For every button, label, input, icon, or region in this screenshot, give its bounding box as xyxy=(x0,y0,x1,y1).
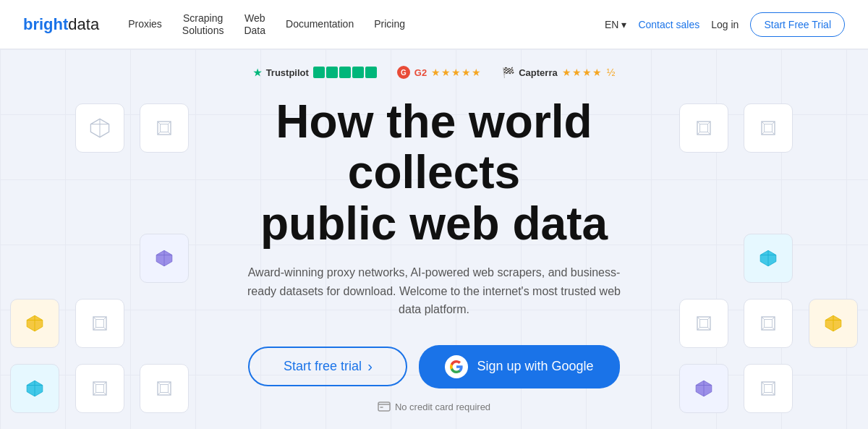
nav-pricing[interactable]: Pricing xyxy=(374,18,405,30)
cube-box xyxy=(744,364,793,413)
cube-box-purple xyxy=(140,234,189,283)
hero-subtitle: Award-winning proxy networks, AI-powered… xyxy=(246,263,622,319)
trustpilot-icon: ★ xyxy=(253,67,262,78)
cube-box xyxy=(744,299,793,348)
g2-icon: G xyxy=(397,66,410,79)
svg-rect-35 xyxy=(161,385,169,393)
google-icon xyxy=(445,355,468,378)
nav-lang[interactable]: EN ▾ xyxy=(605,19,626,30)
g2-stars: ★★★★★ xyxy=(431,67,482,78)
trustpilot-rating: ★ Trustpilot xyxy=(253,67,377,78)
chevron-down-icon: ▾ xyxy=(621,19,626,30)
logo-data: data xyxy=(68,15,99,34)
capterra-rating: 🏁 Capterra ★★★★ ½ xyxy=(502,67,615,78)
capterra-icon: 🏁 xyxy=(502,67,514,78)
logo-bright: bright xyxy=(23,15,68,34)
logo[interactable]: bright data xyxy=(23,15,99,34)
svg-rect-14 xyxy=(765,124,773,132)
cube-box-cyan xyxy=(10,364,59,413)
hero-section: ★ Trustpilot G G2 ★★★★★ 🏁 Capterra ★★★★ xyxy=(0,49,868,429)
cube-box xyxy=(744,103,793,153)
nav-trial-button[interactable]: Start Free Trial xyxy=(750,12,845,37)
cta-row: Start free trial › Sign up with Google xyxy=(210,345,658,388)
svg-rect-43 xyxy=(765,320,773,328)
nav-web-data[interactable]: WebData xyxy=(244,12,265,37)
cube-box xyxy=(679,299,728,348)
cube-box xyxy=(75,364,124,413)
no-credit-card-notice: No credit card required xyxy=(210,402,658,412)
nav-documentation[interactable]: Documentation xyxy=(286,18,354,30)
cube-box xyxy=(75,299,124,348)
signup-google-button[interactable]: Sign up with Google xyxy=(419,345,619,388)
nav-right: EN ▾ Contact sales Log in Start Free Tri… xyxy=(605,12,845,37)
ratings-row: ★ Trustpilot G G2 ★★★★★ 🏁 Capterra ★★★★ xyxy=(210,66,658,79)
cube-box-yellow xyxy=(10,299,59,348)
nav-proxies[interactable]: Proxies xyxy=(128,18,162,30)
svg-rect-21 xyxy=(96,320,104,328)
svg-rect-56 xyxy=(765,385,773,393)
start-free-trial-button[interactable]: Start free trial › xyxy=(248,347,407,386)
svg-rect-49 xyxy=(700,320,708,328)
capterra-stars: ★★★★ xyxy=(562,67,603,78)
hero-title: How the world collects public web data xyxy=(210,96,658,249)
svg-rect-8 xyxy=(700,124,708,132)
svg-rect-61 xyxy=(378,402,390,411)
credit-card-icon xyxy=(378,402,391,412)
arrow-right-icon: › xyxy=(367,358,373,375)
cube-box xyxy=(75,103,124,153)
nav-login[interactable]: Log in xyxy=(711,19,739,30)
cube-box-yellow-right xyxy=(809,299,858,348)
cube-box-purple-right xyxy=(679,364,728,413)
trustpilot-stars xyxy=(313,67,377,78)
navbar: bright data Proxies ScrapingSolutions We… xyxy=(0,0,868,49)
nav-scraping-solutions[interactable]: ScrapingSolutions xyxy=(182,12,224,37)
nav-links: Proxies ScrapingSolutions WebData Docume… xyxy=(128,12,605,37)
cube-box xyxy=(679,103,728,153)
hero-content: ★ Trustpilot G G2 ★★★★★ 🏁 Capterra ★★★★ xyxy=(210,66,658,412)
nav-contact-sales[interactable]: Contact sales xyxy=(638,19,699,30)
svg-rect-28 xyxy=(96,385,104,393)
svg-rect-2 xyxy=(161,124,169,132)
cube-box xyxy=(140,364,189,413)
cube-box xyxy=(140,103,189,153)
cube-box-cyan-right xyxy=(744,234,793,283)
g2-rating: G G2 ★★★★★ xyxy=(397,66,482,79)
